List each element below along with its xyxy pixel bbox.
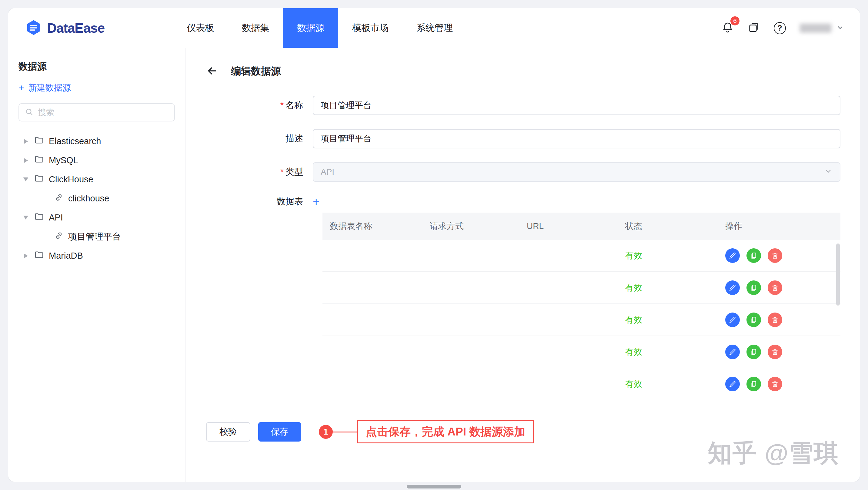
page-scrollbar-thumb[interactable]: [407, 485, 461, 489]
folder-icon: [34, 212, 44, 224]
tree-label: MySQL: [49, 155, 78, 165]
api-tables-table: 数据表名称 请求方式 URL 状态 操作 有效: [322, 213, 840, 400]
tree-label: 项目管理平台: [68, 231, 121, 243]
help-button[interactable]: ?: [774, 22, 786, 34]
caret-down-icon[interactable]: [22, 216, 29, 220]
chevron-down-icon: [824, 167, 833, 177]
datasource-sidebar: 数据源 + 新建数据源: [8, 48, 185, 482]
tree-folder-mariadb[interactable]: MariaDB: [19, 246, 175, 265]
table-row: 有效: [322, 368, 840, 400]
annotation-step-number: 1: [319, 425, 333, 439]
dataease-logo-icon: [25, 19, 42, 37]
folder-icon: [34, 173, 44, 185]
tree-folder-api[interactable]: API: [19, 208, 175, 227]
caret-down-icon[interactable]: [22, 177, 29, 182]
table-row: 有效: [322, 336, 840, 368]
row-actions: [718, 281, 840, 295]
row-actions: [718, 345, 840, 359]
main-content: 编辑数据源 *名称 描述: [185, 48, 860, 482]
brand-name: DataEase: [47, 21, 104, 36]
type-select-value: API: [321, 167, 334, 177]
edit-button[interactable]: [725, 377, 740, 391]
page: DataEase 仪表板 数据集 数据源 模板市场 系统管理 6: [0, 0, 868, 490]
search-input[interactable]: [38, 108, 169, 117]
copy-button[interactable]: [746, 313, 761, 327]
tree-label: API: [49, 213, 63, 223]
username-redacted: [800, 24, 831, 33]
status-badge: 有效: [618, 282, 718, 293]
caret-right-icon[interactable]: [22, 139, 29, 144]
tab-dataset[interactable]: 数据集: [228, 8, 283, 48]
row-actions: [718, 313, 840, 327]
tree-folder-clickhouse[interactable]: ClickHouse: [19, 170, 175, 189]
save-button[interactable]: 保存: [258, 422, 301, 442]
tree-datasource-clickhouse[interactable]: clickhouse: [19, 189, 175, 208]
edit-datasource-form: *名称 描述 *类型: [206, 96, 842, 208]
docs-button[interactable]: [748, 22, 760, 35]
caret-right-icon[interactable]: [22, 254, 29, 258]
dataease-logo[interactable]: DataEase: [25, 8, 104, 48]
status-badge: 有效: [618, 346, 718, 358]
tree-datasource-project-platform[interactable]: 项目管理平台: [19, 227, 175, 246]
form-row-type: *类型 API: [206, 162, 842, 182]
caret-right-icon[interactable]: [22, 158, 29, 163]
table-header-row: 数据表名称 请求方式 URL 状态 操作: [322, 213, 840, 240]
app-window: DataEase 仪表板 数据集 数据源 模板市场 系统管理 6: [8, 8, 860, 482]
main-nav: 仪表板 数据集 数据源 模板市场 系统管理: [173, 8, 467, 48]
copy-button[interactable]: [746, 377, 761, 391]
form-row-description: 描述: [206, 129, 842, 149]
tab-dashboard[interactable]: 仪表板: [173, 8, 228, 48]
copy-button[interactable]: [746, 281, 761, 295]
add-table-button[interactable]: +: [313, 196, 319, 207]
table-row: 有效: [322, 240, 840, 272]
description-label: 描述: [206, 133, 313, 145]
type-select[interactable]: API: [313, 162, 840, 182]
annotation-line: [333, 431, 357, 432]
delete-button[interactable]: [768, 281, 782, 295]
new-datasource-button[interactable]: + 新建数据源: [19, 82, 71, 94]
sidebar-search: [19, 103, 175, 122]
status-badge: 有效: [618, 378, 718, 390]
delete-button[interactable]: [768, 377, 782, 391]
form-row-tables: 数据表 +: [206, 196, 842, 208]
edit-button[interactable]: [725, 248, 740, 263]
tree-folder-mysql[interactable]: MySQL: [19, 151, 175, 170]
edit-button[interactable]: [725, 345, 740, 359]
row-actions: [718, 377, 840, 391]
description-field[interactable]: [313, 129, 840, 149]
tab-datasource[interactable]: 数据源: [283, 8, 338, 48]
validate-button[interactable]: 校验: [206, 422, 250, 442]
copy-button[interactable]: [746, 248, 761, 263]
datasource-tree: Elasticsearch MySQL: [19, 132, 175, 265]
watermark: 知乎 @雪琪: [708, 437, 839, 470]
table-scrollbar[interactable]: [836, 243, 840, 305]
tab-template-market[interactable]: 模板市场: [338, 8, 402, 48]
tab-system-admin[interactable]: 系统管理: [402, 8, 467, 48]
type-label: *类型: [206, 166, 313, 178]
col-header-url: URL: [520, 221, 618, 231]
annotation-callout: 1 点击保存，完成 API 数据源添加: [319, 420, 534, 444]
copy-button[interactable]: [746, 345, 761, 359]
table-row: 有效: [322, 304, 840, 336]
delete-button[interactable]: [768, 313, 782, 327]
row-actions: [718, 248, 840, 263]
back-button[interactable]: [206, 65, 218, 78]
delete-button[interactable]: [768, 248, 782, 263]
edit-button[interactable]: [725, 281, 740, 295]
status-badge: 有效: [618, 250, 718, 261]
folder-icon: [34, 155, 44, 166]
status-badge: 有效: [618, 314, 718, 326]
name-label: *名称: [206, 99, 313, 111]
edit-button[interactable]: [725, 313, 740, 327]
sidebar-title: 数据源: [19, 60, 175, 73]
question-icon: ?: [774, 22, 786, 34]
name-field[interactable]: [313, 96, 840, 115]
user-menu[interactable]: [800, 24, 844, 33]
notification-bell-button[interactable]: 6: [722, 22, 734, 35]
page-title: 编辑数据源: [231, 65, 281, 78]
delete-button[interactable]: [768, 345, 782, 359]
chevron-down-icon: [836, 24, 844, 33]
col-header-table-name: 数据表名称: [322, 221, 423, 232]
required-mark: *: [280, 167, 284, 176]
tree-folder-elasticsearch[interactable]: Elasticsearch: [19, 132, 175, 151]
